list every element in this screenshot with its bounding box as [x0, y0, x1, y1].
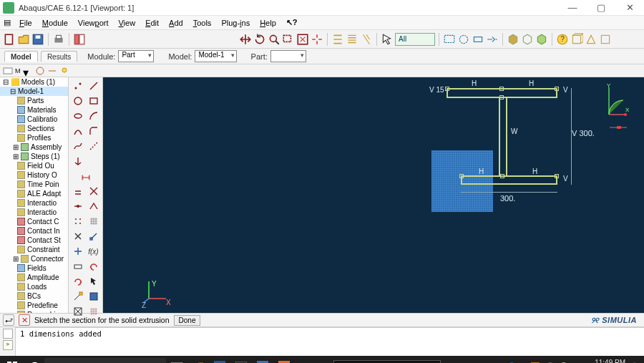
zoom-icon[interactable] — [268, 33, 280, 46]
prompt-done-button[interactable]: Done — [174, 315, 201, 326]
render-wire-icon[interactable] — [521, 33, 534, 46]
tree-bulb-icon[interactable] — [59, 66, 69, 76]
tree-item[interactable]: Interactio — [0, 208, 68, 217]
tree-item[interactable]: ⊞Steps (1) — [0, 152, 68, 161]
autoconstraint-tool-icon[interactable] — [70, 244, 85, 258]
save-icon[interactable] — [31, 33, 44, 46]
tree-item[interactable]: Remeshin — [0, 310, 68, 313]
open-icon[interactable] — [17, 33, 30, 46]
tree-item[interactable]: ⊞Connector — [0, 254, 68, 263]
explorer-icon[interactable] — [187, 356, 209, 363]
undo-tool-icon[interactable] — [86, 259, 101, 274]
line-tool-icon[interactable] — [86, 79, 101, 93]
grid1-icon[interactable] — [331, 33, 344, 46]
menu-file[interactable]: File — [14, 17, 37, 29]
tree-item[interactable]: Loads — [0, 282, 68, 291]
menu-help[interactable]: Help — [255, 17, 281, 29]
arc3p-tool-icon[interactable] — [70, 124, 85, 138]
pattern-tool-icon[interactable] — [70, 214, 85, 228]
tree-item[interactable]: ⊞Assembly — [0, 142, 68, 152]
ellipse-tool-icon[interactable] — [70, 109, 85, 123]
spline-tool-icon[interactable] — [70, 139, 85, 153]
select-arrow-icon[interactable] — [381, 33, 394, 46]
cmd-icon[interactable]: >_ — [230, 356, 252, 363]
circle-select-icon[interactable] — [457, 33, 470, 46]
tree-item[interactable]: Sections — [0, 124, 68, 133]
tree-item[interactable]: Constraint — [0, 245, 68, 254]
tree-a-icon[interactable] — [35, 66, 45, 76]
fit-icon[interactable] — [296, 33, 309, 46]
print-icon[interactable] — [52, 33, 65, 46]
move-tool-icon[interactable] — [86, 199, 101, 213]
persp1-icon[interactable] — [570, 33, 583, 46]
menu-module[interactable]: Module — [37, 17, 73, 29]
camtasia-icon[interactable]: C — [273, 356, 295, 363]
toggle-tree-icon[interactable] — [73, 33, 86, 46]
tree-item[interactable]: Amplitude — [0, 273, 68, 282]
tab-model[interactable]: Model — [4, 51, 38, 62]
delete-tool-icon[interactable] — [70, 229, 85, 243]
tree-model[interactable]: ⊟ Model-1 — [0, 87, 68, 96]
tree-item[interactable]: Profiles — [0, 133, 68, 142]
fillet-tool-icon[interactable] — [86, 124, 101, 138]
info-icon[interactable]: ? — [556, 33, 569, 46]
menu-viewport[interactable]: Viewport — [73, 17, 114, 29]
construction-tool-icon[interactable] — [86, 139, 101, 153]
tree-model-icon[interactable] — [3, 66, 13, 76]
edit-dim-tool-icon[interactable] — [70, 259, 85, 274]
module-combo[interactable]: Part — [118, 50, 154, 62]
render-shaded-icon[interactable] — [507, 33, 519, 46]
model-tree[interactable]: ⊟ 🟨 Models (1) ⊟ Model-1 Parts Materials… — [0, 77, 69, 313]
poly-select-icon[interactable] — [472, 33, 484, 46]
persp2-icon[interactable] — [585, 33, 597, 46]
trim-tool-icon[interactable] — [86, 184, 101, 198]
tree-item[interactable]: Parts — [0, 96, 68, 105]
grid-tool-icon[interactable] — [86, 214, 101, 228]
tree-item[interactable]: ALE Adapt — [0, 189, 68, 198]
arc-tool-icon[interactable] — [86, 109, 101, 123]
menu-tools[interactable]: Tools — [188, 17, 217, 29]
circle-tool-icon[interactable] — [70, 94, 85, 108]
rect-tool-icon[interactable] — [86, 94, 101, 108]
offset-tool-icon[interactable] — [70, 184, 85, 198]
start-button[interactable] — [0, 356, 24, 363]
replace-select-icon[interactable] — [486, 33, 499, 46]
constraint-tool-icon[interactable] — [86, 229, 101, 243]
tree-item[interactable]: Contact C — [0, 217, 68, 226]
rect-select-icon[interactable] — [443, 33, 456, 46]
autotrim-tool-icon[interactable] — [70, 199, 85, 213]
menu-add[interactable]: Add — [164, 17, 188, 29]
cli-icon[interactable]: > — [3, 340, 13, 350]
grid2-icon[interactable] — [346, 33, 358, 46]
msg-icon[interactable] — [3, 329, 13, 339]
prompt-back-button[interactable]: ⮐ — [3, 314, 14, 326]
message-text[interactable]: 1 dimensions added — [16, 327, 644, 356]
menu-view[interactable]: View — [113, 17, 140, 29]
tree-item[interactable]: Contact St — [0, 236, 68, 245]
point-tool-icon[interactable] — [70, 79, 85, 93]
tree-root[interactable]: ⊟ 🟨 Models (1) — [0, 77, 68, 87]
project-tool-icon[interactable] — [70, 154, 85, 168]
mdi-control-icon[interactable]: ▤ — [3, 19, 11, 27]
selection-filter-input[interactable] — [395, 33, 435, 46]
tree-item[interactable]: BCs — [0, 291, 68, 301]
render-hidden-icon[interactable] — [535, 33, 548, 46]
tree-item[interactable]: History O — [0, 170, 68, 180]
app-icon[interactable] — [252, 356, 273, 363]
maximize-button[interactable]: ▢ — [587, 0, 615, 16]
redo-tool-icon[interactable] — [70, 274, 85, 289]
auto-fit-icon[interactable] — [311, 33, 323, 46]
rotate-icon[interactable] — [253, 33, 266, 46]
menu-edit[interactable]: Edit — [140, 17, 164, 29]
parameter-tool-icon[interactable]: f(x) — [86, 244, 101, 258]
grid3-icon[interactable] — [360, 33, 373, 46]
minimize-button[interactable]: — — [558, 0, 587, 16]
menu-hint[interactable]: ↖? — [281, 16, 303, 29]
tree-item[interactable]: Predefine — [0, 301, 68, 310]
word-icon[interactable]: W — [209, 356, 230, 363]
tab-results[interactable]: Results — [41, 51, 77, 62]
cortana-icon[interactable] — [24, 356, 44, 363]
tree-item[interactable]: Interactio — [0, 198, 68, 208]
taskbar-search[interactable]: Type here to search — [44, 358, 166, 363]
viewport[interactable]: V 15 H H V W H H V V 300. 300. Y X — [103, 77, 644, 313]
